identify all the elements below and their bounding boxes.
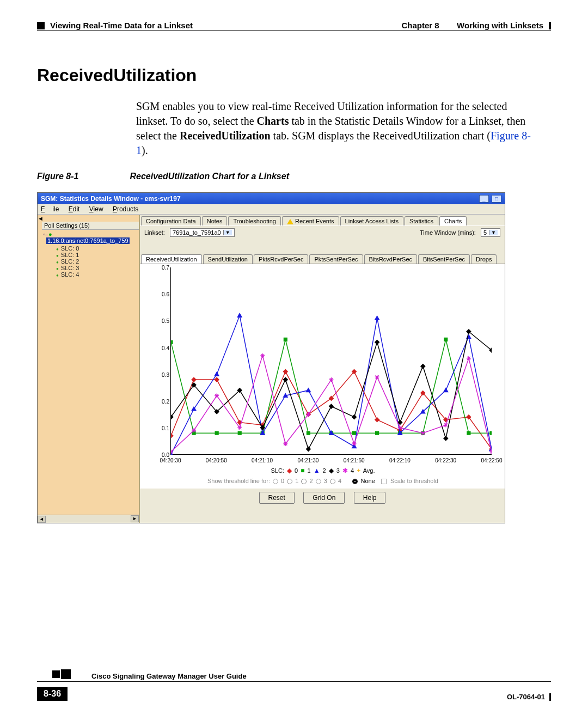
scroll-right-icon[interactable]: ►	[131, 515, 139, 522]
tab[interactable]: BitsRcvdPerSec	[364, 254, 417, 264]
header-square-icon	[37, 22, 45, 29]
menubar: File Edit View Products	[38, 204, 505, 215]
maximize-icon[interactable]: □	[492, 195, 501, 203]
chart-plot: 0.00.10.20.30.40.50.60.7 04:20:3004:20:5…	[154, 267, 492, 463]
warning-icon	[287, 219, 293, 224]
sidebar-collapse-handle[interactable]: ◄	[38, 215, 139, 222]
header-left: Viewing Real-Time Data for a Linkset	[37, 21, 193, 30]
threshold-none-radio[interactable]	[352, 479, 358, 484]
menu-products[interactable]: Products	[113, 205, 138, 213]
chart-area: 0.00.10.20.30.40.50.60.7 04:20:3004:20:5…	[140, 264, 505, 489]
figure-caption: Figure 8-1ReceivedUtilization Chart for …	[37, 172, 289, 181]
window-title: SGM: Statistics Details Window - ems-svr…	[41, 195, 181, 203]
tab[interactable]: PktsSentPerSec	[309, 254, 363, 264]
sidebar-node-selected[interactable]: 1.16.0:ansinet0:7691a_to_759	[46, 237, 130, 244]
sidebar: ◄ Poll Settings (15) ◦–● 1.16.0:ansinet0…	[38, 215, 140, 523]
tab[interactable]: Configuration Data	[141, 216, 201, 225]
menu-edit[interactable]: Edit	[69, 205, 80, 213]
tab[interactable]: Statistics	[405, 216, 438, 225]
legend-item: ✱ 4	[341, 467, 356, 474]
sidebar-item[interactable]: SLC: 1	[56, 252, 139, 258]
body-paragraph: SGM enables you to view real-time Receiv…	[136, 99, 534, 158]
page-footer: 8-36 Cisco Signaling Gateway Manager Use…	[37, 681, 551, 701]
scroll-left-icon[interactable]: ◄	[38, 516, 46, 523]
chapter-label: Chapter 8	[401, 21, 439, 30]
legend-item: ◆ 3	[328, 467, 341, 474]
footer-bar-icon	[549, 693, 551, 701]
section-title: ReceivedUtilization	[37, 65, 197, 86]
doc-id: OL-7064-01	[507, 693, 545, 701]
tab[interactable]: PktsRcvdPerSec	[254, 254, 309, 264]
page-number: 8-36	[37, 687, 68, 701]
header-left-text: Viewing Real-Time Data for a Linkset	[50, 21, 193, 30]
threshold-row: Show threshold line for: 0 1 2 3 4 None …	[144, 474, 501, 487]
footer-guide: Cisco Signaling Gateway Manager User Gui…	[91, 672, 247, 680]
timewindow-dropdown[interactable]: 5▼	[481, 228, 500, 237]
threshold-radio[interactable]	[330, 479, 335, 484]
titlebar[interactable]: SGM: Statistics Details Window - ems-svr…	[38, 193, 505, 204]
legend-item: ◆ 0	[286, 467, 299, 474]
legend-item: ▲ 2	[313, 467, 328, 474]
header-bar-icon	[549, 22, 551, 29]
reset-button[interactable]: Reset	[259, 492, 295, 504]
metric-tabs: ReceivedUtilizationSendUtilizationPktsRc…	[140, 253, 505, 264]
help-button[interactable]: Help	[354, 492, 386, 504]
tab[interactable]: Linkset Access Lists	[340, 216, 403, 225]
scale-threshold-checkbox[interactable]	[381, 479, 387, 484]
legend-item: ■ 1	[299, 467, 312, 474]
menu-view[interactable]: View	[89, 205, 103, 213]
linkset-dropdown[interactable]: 7691a_to_7591a0▼	[170, 228, 235, 237]
window-controls: _ □	[478, 194, 501, 203]
page-header: Viewing Real-Time Data for a Linkset Cha…	[37, 21, 551, 31]
main-tabs: Configuration DataNotesTroubleshootingRe…	[140, 215, 505, 225]
threshold-radio[interactable]	[287, 479, 292, 484]
chapter-title: Working with Linksets	[457, 21, 543, 30]
tab[interactable]: SendUtilization	[203, 254, 253, 264]
chevron-down-icon[interactable]: ▼	[489, 230, 498, 235]
threshold-radio[interactable]	[316, 479, 321, 484]
header-right: Chapter 8 Working with Linksets	[401, 21, 551, 30]
tab[interactable]: Recent Events	[282, 216, 339, 225]
tab[interactable]: Notes	[202, 216, 228, 225]
tab[interactable]: BitsSentPerSec	[418, 254, 470, 264]
threshold-radio[interactable]	[273, 479, 278, 484]
chevron-down-icon[interactable]: ▼	[223, 230, 232, 235]
legend-item: + Avg.	[356, 467, 375, 474]
tab[interactable]: ReceivedUtilization	[141, 254, 202, 264]
toolbar: Linkset: 7691a_to_7591a0▼ Time Window (m…	[140, 225, 505, 239]
main-pane: Configuration DataNotesTroubleshootingRe…	[140, 215, 505, 523]
app-window: SGM: Statistics Details Window - ems-svr…	[37, 192, 505, 523]
sidebar-hscrollbar[interactable]: ◄ ►	[38, 515, 139, 523]
tab[interactable]: Drops	[471, 254, 497, 264]
chart-legend: SLC: ◆ 0 ■ 1 ▲ 2 ◆ 3 ✱ 4 + Avg.	[144, 463, 501, 474]
sidebar-heading: Poll Settings (15)	[42, 222, 139, 230]
sidebar-item[interactable]: SLC: 2	[56, 258, 139, 265]
threshold-radio[interactable]	[301, 479, 307, 484]
minimize-icon[interactable]: _	[479, 195, 489, 203]
menu-file[interactable]: File	[41, 205, 59, 213]
sidebar-item[interactable]: SLC: 4	[56, 271, 139, 278]
footer-decor-icon	[37, 669, 71, 679]
linkset-label: Linkset:	[144, 229, 165, 236]
grid-on-button[interactable]: Grid On	[303, 492, 345, 504]
tab[interactable]: Troubleshooting	[228, 216, 280, 225]
sidebar-item[interactable]: SLC: 3	[56, 265, 139, 271]
timewindow-label: Time Window (mins):	[420, 229, 476, 236]
tab[interactable]: Charts	[439, 216, 467, 225]
chart-buttons: Reset Grid On Help	[140, 489, 505, 509]
sidebar-item[interactable]: SLC: 0	[56, 245, 139, 252]
